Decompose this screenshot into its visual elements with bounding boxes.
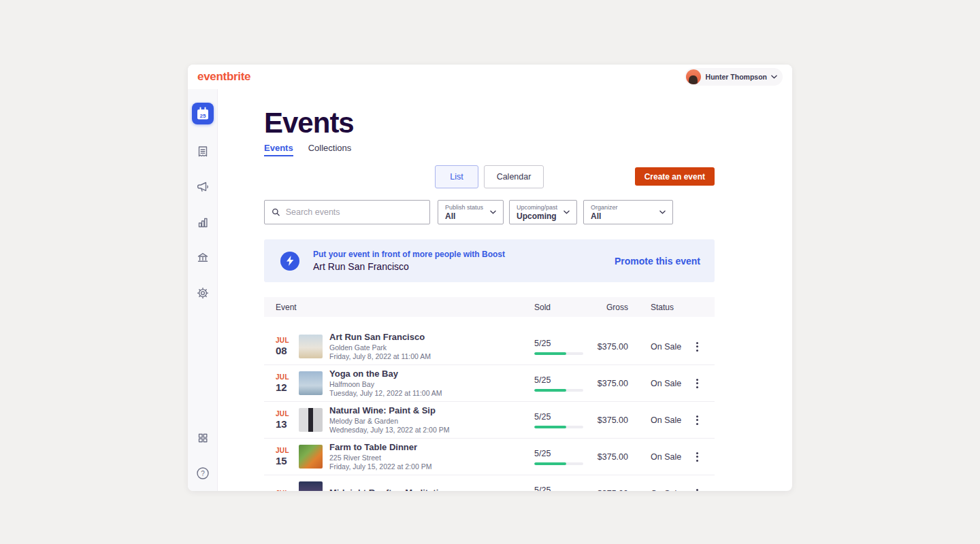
svg-text:25: 25 — [199, 113, 206, 119]
publish-status-dropdown[interactable]: Publish status All — [438, 200, 504, 224]
row-actions-kebab-icon[interactable] — [691, 487, 702, 492]
event-row[interactable]: JUL 12 Yoga on the Bay Halfmoon Bay Tues… — [264, 365, 715, 402]
sidebar-item-apps[interactable] — [195, 430, 211, 446]
status-cell: On Sale — [651, 489, 681, 492]
event-venue: 225 River Street — [329, 454, 431, 463]
gross-cell: $375.00 — [570, 452, 628, 462]
megaphone-icon — [195, 179, 211, 195]
event-title: Natural Wine: Paint & Sip — [329, 405, 449, 416]
event-month: JUL — [276, 337, 293, 345]
bar-chart-icon — [195, 214, 211, 231]
boost-event-name: Art Run San Francisco — [313, 260, 505, 273]
upcoming-past-dropdown[interactable]: Upcoming/past Upcoming — [509, 200, 577, 224]
event-date: JUL 13 — [276, 410, 293, 430]
status-cell: On Sale — [651, 452, 681, 462]
event-row[interactable]: JUL 08 Art Run San Francisco Golden Gate… — [264, 328, 715, 365]
user-menu[interactable]: Hunter Thompson — [685, 68, 783, 86]
promote-event-link[interactable]: Promote this event — [615, 256, 700, 267]
eventbrite-logo[interactable]: eventbrite — [197, 70, 250, 84]
create-event-button[interactable]: Create an event — [635, 167, 715, 186]
chevron-down-icon — [490, 210, 496, 214]
column-header-gross: Gross — [570, 303, 628, 312]
orders-icon — [195, 143, 211, 160]
status-cell: On Sale — [651, 415, 681, 425]
view-list-button[interactable]: List — [435, 165, 478, 188]
dropdown-label: Upcoming/past — [517, 204, 564, 211]
event-thumbnail — [299, 481, 323, 491]
event-day: 15 — [276, 455, 293, 467]
sidebar-item-help[interactable]: ? — [195, 465, 211, 481]
sidebar-nav: 25 — [188, 89, 218, 491]
sold-progress-bar — [534, 352, 583, 355]
search-input[interactable] — [286, 207, 423, 217]
event-thumbnail — [299, 408, 323, 432]
event-title: Midnight Rooftop Meditation — [329, 488, 449, 491]
sold-progress-bar — [534, 462, 583, 465]
tab-events[interactable]: Events — [264, 143, 293, 156]
sidebar-item-events[interactable]: 25 — [192, 103, 214, 124]
event-month: JUL — [276, 410, 293, 418]
sidebar-item-settings[interactable] — [195, 285, 211, 301]
event-venue: Melody Bar & Garden — [329, 417, 449, 426]
event-row[interactable]: JUL 15 Farm to Table Dinner 225 River St… — [264, 439, 715, 475]
event-thumbnail — [299, 371, 323, 395]
event-month: JUL — [276, 373, 293, 381]
sidebar-item-marketing[interactable] — [195, 179, 211, 195]
main-content: Events Events Collections List Calendar … — [218, 89, 792, 491]
user-name: Hunter Thompson — [706, 73, 767, 81]
search-icon — [272, 207, 280, 217]
row-actions-kebab-icon[interactable] — [691, 450, 702, 464]
gross-cell: $375.00 — [570, 415, 628, 425]
app-window: eventbrite Hunter Thompson 25 — [188, 65, 792, 491]
gross-cell: $375.00 — [570, 379, 628, 388]
sidebar-item-orders[interactable] — [195, 143, 211, 160]
event-datetime: Friday, July 8, 2022 at 11:00 AM — [329, 352, 431, 362]
event-title: Yoga on the Bay — [329, 369, 442, 379]
sold-progress-bar — [534, 389, 583, 392]
apps-grid-icon — [195, 430, 211, 446]
row-actions-kebab-icon[interactable] — [691, 413, 702, 427]
page-title: Events — [264, 109, 715, 137]
event-day: 12 — [276, 381, 293, 394]
avatar — [686, 69, 701, 84]
column-header-event: Event — [264, 303, 297, 312]
event-thumbnail — [299, 445, 323, 469]
bank-icon — [195, 250, 211, 266]
tab-bar: Events Collections — [264, 143, 715, 156]
column-header-status: Status — [651, 303, 674, 312]
event-row[interactable]: JUL Midnight Rooftop Meditation 5/25 $37… — [264, 475, 715, 491]
event-date: JUL 12 — [276, 373, 293, 394]
sidebar-item-finance[interactable] — [195, 250, 211, 266]
dropdown-value: All — [445, 211, 490, 221]
chevron-down-icon — [771, 75, 777, 79]
organizer-dropdown[interactable]: Organizer All — [583, 200, 673, 224]
event-row[interactable]: JUL 13 Natural Wine: Paint & Sip Melody … — [264, 402, 715, 439]
view-toggle-row: List Calendar Create an event — [264, 165, 715, 188]
dropdown-label: Organizer — [591, 204, 659, 211]
event-title: Farm to Table Dinner — [329, 442, 431, 453]
view-calendar-button[interactable]: Calendar — [484, 165, 544, 188]
event-date: JUL 08 — [276, 337, 293, 357]
chevron-down-icon — [659, 210, 666, 214]
gross-cell: $375.00 — [570, 489, 628, 492]
tab-collections[interactable]: Collections — [308, 143, 352, 156]
event-month: JUL — [276, 447, 293, 455]
event-date: JUL — [276, 490, 293, 492]
event-month: JUL — [276, 490, 293, 492]
event-title: Art Run San Francisco — [329, 332, 431, 343]
event-venue: Golden Gate Park — [329, 343, 431, 353]
dropdown-value: Upcoming — [517, 211, 564, 221]
status-cell: On Sale — [651, 379, 681, 388]
event-datetime: Tuesday, July 12, 2022 at 11:00 AM — [329, 389, 442, 398]
sidebar-item-reports[interactable] — [195, 214, 211, 231]
filter-row: Publish status All Upcoming/past Upcomin… — [264, 200, 715, 224]
row-actions-kebab-icon[interactable] — [691, 377, 702, 390]
event-day: 08 — [276, 345, 293, 357]
search-box — [264, 200, 430, 224]
event-thumbnail — [299, 335, 323, 358]
svg-text:?: ? — [201, 470, 205, 477]
event-datetime: Friday, July 15, 2022 at 2:00 PM — [329, 462, 431, 472]
column-header-sold: Sold — [534, 303, 551, 312]
row-actions-kebab-icon[interactable] — [691, 340, 702, 354]
gear-icon — [195, 285, 211, 301]
